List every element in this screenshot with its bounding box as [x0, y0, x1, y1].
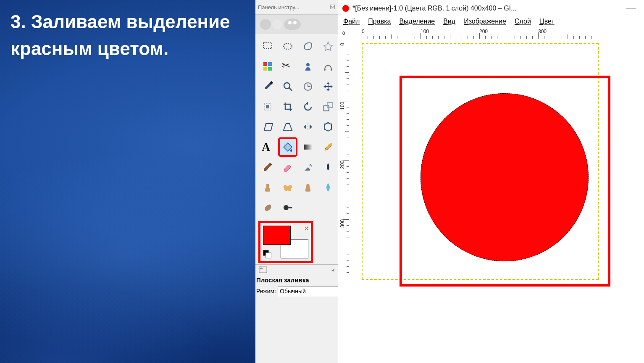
menu-Файл[interactable]: Файл: [343, 18, 360, 25]
tool-ellipse-select-icon[interactable]: [279, 37, 297, 55]
svg-rect-5: [263, 43, 272, 49]
tool-eraser-icon[interactable]: [279, 158, 297, 176]
tool-measure-icon[interactable]: [299, 78, 317, 95]
tool-dodge-icon[interactable]: [279, 199, 297, 216]
minimize-button[interactable]: —: [622, 3, 640, 14]
svg-rect-22: [324, 106, 329, 111]
tool-rotate-icon[interactable]: [299, 98, 317, 116]
v-tick-200: 200: [339, 160, 345, 169]
tool-perspective-icon[interactable]: [279, 118, 297, 136]
svg-point-26: [331, 124, 332, 125]
svg-point-3: [288, 21, 292, 24]
svg-rect-10: [268, 67, 272, 71]
h-tick-0: 0: [362, 29, 365, 34]
tool-fuzzy-select-icon[interactable]: [319, 37, 337, 55]
menu-Вид[interactable]: Вид: [443, 18, 455, 25]
svg-point-6: [284, 43, 292, 49]
svg-point-32: [311, 166, 313, 167]
svg-rect-7: [263, 62, 267, 66]
tool-shear-icon[interactable]: [259, 118, 276, 136]
color-selector[interactable]: ⤭: [260, 223, 311, 261]
tool-zoom-icon[interactable]: [279, 78, 297, 95]
default-colors-icon[interactable]: [263, 250, 271, 258]
svg-rect-9: [263, 67, 267, 71]
tool-scissors-icon[interactable]: ✂: [279, 58, 297, 75]
tool-cage-icon[interactable]: [319, 118, 337, 136]
tool-clone-icon[interactable]: [259, 179, 276, 196]
svg-rect-23: [327, 103, 332, 108]
svg-point-2: [284, 18, 301, 30]
tool-smudge-icon[interactable]: [259, 199, 276, 216]
foreground-color[interactable]: [263, 226, 291, 245]
tool-flip-icon[interactable]: [299, 118, 317, 136]
tab-menu-icon[interactable]: ◂: [331, 267, 334, 273]
tool-paintbrush-icon[interactable]: [259, 158, 276, 176]
mode-row: Режим:: [255, 285, 338, 297]
mode-label: Режим:: [256, 288, 276, 295]
tool-scale-icon[interactable]: [319, 98, 337, 116]
menu-Выделение[interactable]: Выделение: [399, 18, 435, 25]
tool-grid: ✂A: [255, 34, 338, 220]
toolbox-titlebar: Панель инстру... 🗵: [255, 0, 338, 15]
svg-point-29: [331, 129, 332, 130]
menu-Слой[interactable]: Слой: [515, 18, 531, 25]
toolbox-title: Панель инстру...: [258, 4, 300, 11]
svg-point-31: [310, 164, 311, 166]
wilber-icon: [255, 15, 338, 34]
gimp-app: Панель инстру... 🗵 ✂A ⤭: [255, 0, 644, 363]
tool-paths-icon[interactable]: [319, 58, 337, 75]
tool-align-icon[interactable]: [259, 98, 276, 116]
tool-crop-icon[interactable]: [279, 98, 297, 116]
h-tick-100: 100: [421, 29, 429, 34]
svg-rect-30: [304, 145, 312, 150]
toolbox-close-icon[interactable]: 🗵: [329, 4, 335, 11]
tool-foreground-select-icon[interactable]: [299, 58, 317, 75]
tool-rect-select-icon[interactable]: [259, 37, 276, 55]
h-tick-200: 200: [479, 29, 488, 34]
svg-point-39: [284, 205, 289, 210]
menu-Цвет[interactable]: Цвет: [539, 18, 555, 25]
canvas-view[interactable]: [349, 39, 644, 363]
svg-point-1: [272, 19, 282, 29]
v-tick-100: 100: [339, 102, 345, 110]
svg-point-12: [324, 69, 326, 71]
menubar: ФайлПравкаВыделениеВидИзображениеСлойЦве…: [338, 17, 644, 28]
tool-options-title: Плоская заливка: [255, 275, 338, 285]
instruction-text: 3. Заливаем выделение красным цветом.: [11, 8, 246, 62]
tool-by-color-select-icon[interactable]: [259, 58, 276, 75]
dock-tabs: ◂: [255, 264, 338, 275]
menu-Изображение[interactable]: Изображение: [464, 18, 506, 25]
tool-free-select-icon[interactable]: [299, 37, 317, 55]
menu-Правка[interactable]: Правка: [368, 18, 391, 25]
tool-move-icon[interactable]: [319, 78, 337, 95]
tool-bucket-fill-icon[interactable]: [279, 138, 297, 156]
svg-rect-42: [260, 268, 263, 269]
tool-pencil-icon[interactable]: [319, 138, 337, 156]
filled-circle: [421, 93, 589, 261]
tool-blend-icon[interactable]: [299, 138, 317, 156]
vertical-ruler: 0100200300: [338, 39, 350, 363]
tool-text-icon[interactable]: A: [259, 138, 276, 156]
svg-point-27: [327, 122, 329, 124]
v-tick-300: 300: [339, 219, 345, 228]
tool-heal-icon[interactable]: [279, 179, 297, 196]
svg-point-0: [260, 19, 271, 30]
horizontal-ruler: 0100200300: [349, 28, 644, 39]
svg-point-4: [293, 21, 297, 24]
svg-point-11: [306, 63, 310, 66]
svg-point-33: [309, 166, 310, 166]
image-titlebar: *[Без имени]-1.0 (Цвета RGB, 1 слой) 400…: [338, 0, 644, 17]
svg-line-16: [289, 88, 292, 91]
tool-blur-icon[interactable]: [319, 179, 337, 196]
toolbox-panel: Панель инстру... 🗵 ✂A ⤭: [255, 0, 338, 363]
ruler-origin: 0: [338, 28, 350, 39]
image-title: *[Без имени]-1.0 (Цвета RGB, 1 слой) 400…: [352, 5, 619, 12]
tool-ink-icon[interactable]: [319, 158, 337, 176]
swap-colors-icon[interactable]: ⤭: [304, 225, 309, 231]
tool-airbrush-icon[interactable]: [299, 158, 317, 176]
h-tick-300: 300: [538, 29, 547, 34]
tool-options-tab-icon[interactable]: [259, 266, 267, 273]
image-window: *[Без имени]-1.0 (Цвета RGB, 1 слой) 400…: [338, 0, 644, 363]
tool-perspective-clone-icon[interactable]: [299, 179, 317, 196]
tool-color-picker-icon[interactable]: [259, 78, 276, 95]
